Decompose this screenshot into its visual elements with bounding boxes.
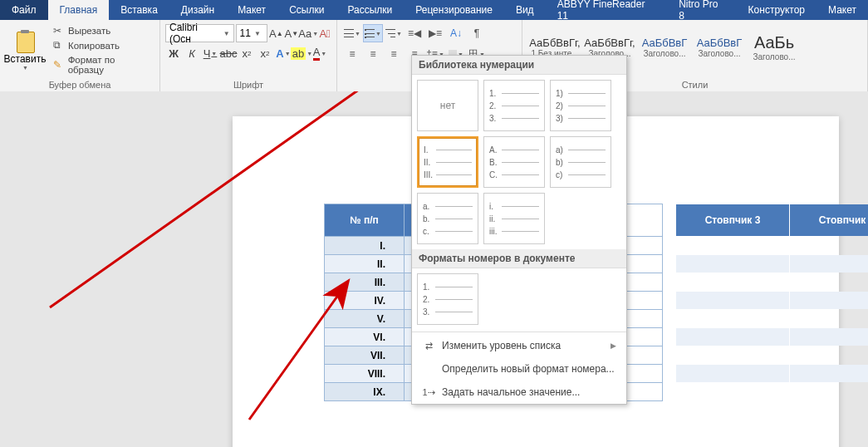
show-marks-button[interactable]: ¶ [467,24,487,42]
shrink-font-button[interactable]: A▼ [285,25,299,42]
copy-button[interactable]: ⧉Копировать [50,38,154,53]
num-line [568,150,606,150]
num-label: 1. [423,282,433,292]
num-line [436,174,472,175]
cell-num: II. [325,255,405,273]
cell-col3 [676,365,790,383]
tab-review[interactable]: Рецензирование [404,0,504,20]
set-start-value-label: Задать начальное значение... [442,386,580,398]
cell-num: V. [325,310,405,328]
style-item[interactable]: АаБбВвГЗаголово... [637,22,692,72]
tab-view[interactable]: Вид [504,0,546,20]
style-sample: АаБбВвГг, [529,37,580,49]
numbering-style-option[interactable]: 1.2.3. [417,273,478,325]
tab-home[interactable]: Главная [48,0,110,20]
num-line [435,312,473,312]
align-left-button[interactable]: ≡ [342,45,362,63]
align-center-button[interactable]: ≡ [363,45,383,63]
change-list-level-label: Изменить уровень списка [442,340,561,351]
align-right-button[interactable]: ≡ [384,45,404,63]
tab-insert[interactable]: Вставка [109,0,169,20]
cell-col4 [790,255,869,273]
format-painter-button[interactable]: ✎Формат по образцу [50,53,154,76]
numbering-style-option[interactable]: I.II.III. [417,136,478,188]
paste-button[interactable]: Вставить ▼ [5,30,45,71]
cut-button[interactable]: ✂Вырезать [50,23,154,38]
list-level-icon: ⇄ [422,339,435,352]
highlight-button[interactable]: ab▼ [293,45,310,61]
num-line [435,287,473,287]
change-case-button[interactable]: Aa▼ [300,25,316,42]
style-item[interactable]: АаБьЗаголово... [747,22,802,72]
numbering-style-none[interactable]: нет [417,80,478,131]
numbering-style-option[interactable]: A.B.C. [483,136,545,188]
cell-col3 [676,292,790,310]
tab-constructor[interactable]: Конструктор [737,0,817,20]
font-size-value: 11 [240,27,251,39]
strike-button[interactable]: abc [220,45,237,61]
num-label: B. [489,158,499,167]
tab-file[interactable]: Файл [0,0,48,20]
tab-nitro[interactable]: Nitro Pro 8 [667,0,736,20]
italic-button[interactable]: К [184,45,200,61]
multilevel-button[interactable]: ▼ [384,24,404,42]
increase-indent-button[interactable]: ▶≡ [425,24,445,42]
tab-abbyy[interactable]: ABBYY FineReader 11 [546,0,668,20]
underline-button[interactable]: Ч▼ [202,45,218,61]
bold-button[interactable]: Ж [165,45,182,61]
num-label: 2) [556,101,566,111]
cell-col3 [676,237,790,255]
style-item[interactable]: АаБбВвГЗаголово... [692,22,747,72]
bullets-button[interactable]: ▼ [342,24,362,42]
style-sample: АаБбВвГ [642,37,688,49]
numbering-style-option[interactable]: 1)2)3) [550,80,611,131]
grow-font-button[interactable]: A▲ [269,25,283,42]
tab-layout2[interactable]: Макет [817,0,868,20]
numbering-style-option[interactable]: a)b)c) [550,136,611,188]
cell-num: I. [325,237,405,255]
tab-layout[interactable]: Макет [226,0,277,20]
paste-label: Вставить [4,53,47,65]
sort-button[interactable]: A↓ [446,24,466,42]
cell-col4 [790,365,869,383]
tab-references[interactable]: Ссылки [277,0,336,20]
define-new-format-item[interactable]: Определить новый формат номера... [412,357,626,381]
cell-col4 [790,383,869,401]
group-clipboard: Вставить ▼ ✂Вырезать ⧉Копировать ✎Формат… [0,20,160,91]
numbering-style-option[interactable]: 1.2.3. [483,80,545,131]
num-label: I. [424,145,434,155]
change-list-level-item[interactable]: ⇄ Изменить уровень списка ▶ [412,334,626,357]
style-name: Заголово... [644,49,686,58]
cell-col4 [790,328,869,346]
num-label: 3. [489,114,499,123]
num-line [568,106,606,106]
num-label: c. [423,227,433,236]
style-sample: АаБбВвГ [697,37,743,49]
font-color-button[interactable]: A▼ [311,45,328,61]
scissors-icon: ✂ [53,25,65,37]
cell-col4 [790,273,869,292]
numbering-button[interactable]: ▼ [363,24,383,42]
subscript-button[interactable]: x2 [238,45,255,61]
numbering-style-option[interactable]: a.b.c. [417,193,478,244]
clear-format-button[interactable]: A⃠ [318,25,331,42]
num-line [568,118,606,119]
tab-design[interactable]: Дизайн [169,0,226,20]
numbering-style-option[interactable]: i.ii.iii. [483,193,545,244]
num-label: C. [489,170,499,179]
superscript-button[interactable]: x2 [257,45,273,61]
cut-label: Вырезать [68,26,110,36]
cell-num: III. [325,273,405,292]
tab-mailings[interactable]: Рассылки [336,0,404,20]
num-label: a. [423,202,433,211]
table-header-col3: Стовпчик 3 [676,204,790,237]
num-line [502,93,539,94]
decrease-indent-button[interactable]: ≡◀ [405,24,424,42]
num-line [568,162,606,163]
text-effects-button[interactable]: A▼ [275,45,292,61]
num-line [568,93,606,94]
set-start-value-item[interactable]: 1⇢ Задать начальное значение... [412,381,626,404]
font-size-combo[interactable]: 11▼ [236,24,267,42]
font-name-combo[interactable]: Calibri (Осн▼ [165,24,234,42]
dropdown-section-library: Библиотека нумерации [412,56,626,75]
